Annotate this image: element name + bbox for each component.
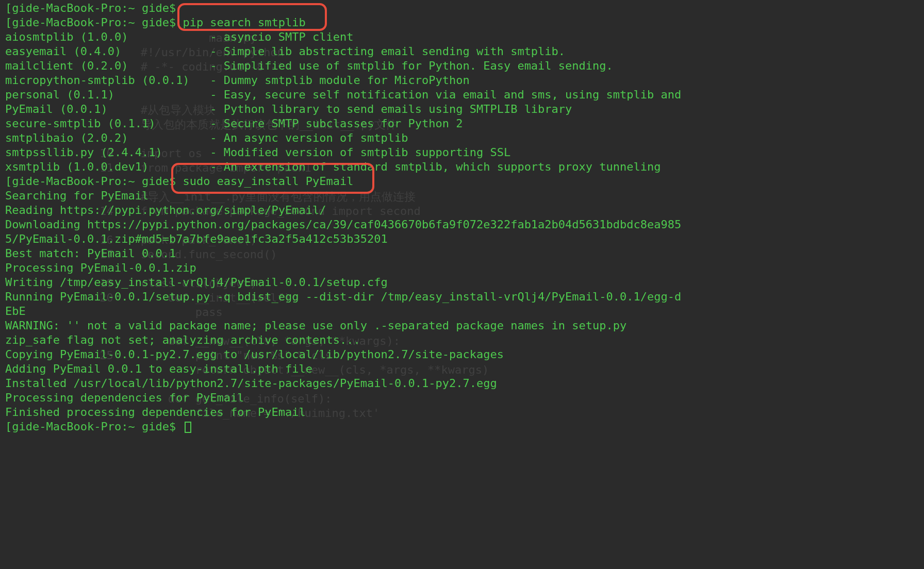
install-output-line: Writing /tmp/easy_install-vrQlj4/PyEmail…: [5, 275, 924, 290]
install-output-line: Finished processing dependencies for PyE…: [5, 405, 924, 420]
cursor: [185, 422, 191, 433]
install-output-line: Best match: PyEmail 0.0.1: [5, 246, 924, 261]
prompt-line[interactable]: [gide-MacBook-Pro:~ gide$: [5, 420, 924, 434]
search-result-row: secure-smtplib (0.1.1) - Secure SMTP sub…: [5, 116, 924, 131]
terminal-output[interactable]: [gide-MacBook-Pro:~ gide$ [gide-MacBook-…: [0, 1, 924, 434]
search-result-row: smtplibaio (2.0.2) - An async version of…: [5, 131, 924, 145]
search-result-row: PyEmail (0.0.1) - Python library to send…: [5, 102, 924, 116]
search-result-row: xsmtplib (1.0.0.dev1) - An extension of …: [5, 160, 924, 174]
install-output-line: Running PyEmail-0.0.1/setup.py -q bdist_…: [5, 290, 924, 304]
cmd-easy-install: sudo easy_install PyEmail: [183, 175, 353, 188]
search-result-row: smtpssllib.py (2.4.4.1) - Modified versi…: [5, 145, 924, 160]
install-output-line: Searching for PyEmail: [5, 189, 924, 203]
prompt-line: [gide-MacBook-Pro:~ gide$: [5, 1, 924, 15]
install-output-line: Processing PyEmail-0.0.1.zip: [5, 261, 924, 275]
search-result-row: personal (0.1.1) - Easy, secure self not…: [5, 88, 924, 102]
search-result-row: aiosmtplib (1.0.0) - asyncio SMTP client: [5, 30, 924, 44]
install-output-line: EbE: [5, 304, 924, 319]
search-result-row: mailclient (0.2.0) - Simplified use of s…: [5, 59, 924, 73]
install-output-line: Downloading https://pypi.python.org/pack…: [5, 217, 924, 232]
prompt-line: [gide-MacBook-Pro:~ gide$ sudo easy_inst…: [5, 174, 924, 189]
prompt-line: [gide-MacBook-Pro:~ gide$ pip search smt…: [5, 15, 924, 30]
install-output-line: Reading https://pypi.python.org/simple/P…: [5, 203, 924, 217]
cmd-pip-search: pip search smtplib: [183, 16, 305, 29]
install-output-line: 5/PyEmail-0.0.1.zip#md5=b7a7bfe9aee1fc3a…: [5, 232, 924, 246]
install-output-line: Processing dependencies for PyEmail: [5, 391, 924, 405]
install-output-line: Copying PyEmail-0.0.1-py2.7.egg to /usr/…: [5, 347, 924, 362]
search-result-row: micropython-smtplib (0.0.1) - Dummy smtp…: [5, 73, 924, 88]
search-result-row: easyemail (0.4.0) - Simple lib abstracti…: [5, 44, 924, 59]
install-output-line: Installed /usr/local/lib/python2.7/site-…: [5, 376, 924, 391]
install-output-line: zip_safe flag not set; analyzing archive…: [5, 333, 924, 347]
install-output-line: WARNING: '' not a valid package name; pl…: [5, 319, 924, 333]
install-output-line: Adding PyEmail 0.0.1 to easy-install.pth…: [5, 362, 924, 376]
